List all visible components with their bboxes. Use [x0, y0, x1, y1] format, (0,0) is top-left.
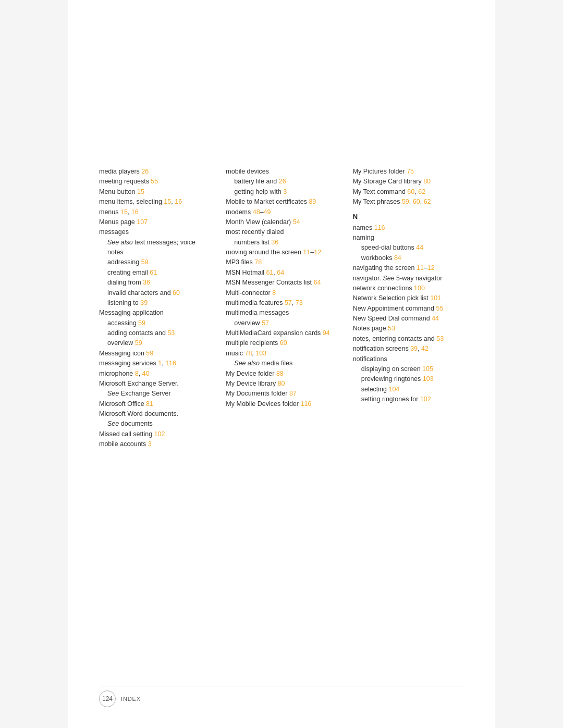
index-entry: messages	[99, 227, 210, 237]
index-entry: Microsoft Office 81	[99, 399, 210, 409]
index-entry: adding contacts and 53	[99, 328, 210, 338]
index-label: INDEX	[121, 696, 141, 702]
index-entry: Messaging icon 59	[99, 349, 210, 359]
index-entry: multiple recipients 60	[226, 338, 337, 348]
column-3: My Pictures folder 75My Storage Card lib…	[353, 167, 464, 404]
index-entry: My Mobile Devices folder 116	[226, 399, 337, 409]
index-entry: notes, entering contacts and 53	[353, 334, 464, 344]
index-entry: mobile accounts 3	[99, 439, 210, 449]
index-entry: previewing ringtones 103	[353, 374, 464, 384]
index-entry: Network Selection pick list 101	[353, 293, 464, 303]
index-entry: microphone 8, 40	[99, 369, 210, 379]
index-columns: media players 26meeting requests 55Menu …	[99, 167, 464, 450]
index-entry: battery life and 26	[226, 177, 337, 187]
index-entry: listening to 39	[99, 298, 210, 308]
index-entry: Notes page 53	[353, 324, 464, 334]
index-entry: overview 59	[99, 338, 210, 348]
index-entry: MSN Hotmail 61, 64	[226, 268, 337, 278]
index-entry: Messaging application	[99, 308, 210, 318]
index-entry: creating email 61	[99, 268, 210, 278]
page-footer: 124 INDEX	[99, 686, 464, 707]
index-entry: My Text phrases 59, 60, 62	[353, 197, 464, 207]
index-entry: messaging services 1, 116	[99, 359, 210, 368]
index-entry: network connections 100	[353, 283, 464, 293]
index-entry: invalid characters and 60	[99, 288, 210, 298]
index-entry: menus 15, 16	[99, 207, 210, 217]
index-entry: media players 26	[99, 167, 210, 177]
index-entry: See also text messages; voice notes	[99, 238, 210, 258]
index-entry: multimedia messages	[226, 308, 337, 318]
section-heading: N	[353, 212, 464, 222]
index-entry: mobile devices	[226, 167, 337, 177]
index-entry: speed-dial buttons 44	[353, 243, 464, 253]
index-entry: notification screens 39, 42	[353, 344, 464, 354]
index-entry: naming	[353, 233, 464, 243]
index-entry: getting help with 3	[226, 187, 337, 197]
index-entry: Menu button 15	[99, 187, 210, 197]
index-entry: navigating the screen 11–12	[353, 263, 464, 273]
column-2: mobile devicesbattery life and 26getting…	[226, 167, 337, 409]
page: media players 26meeting requests 55Menu …	[68, 0, 495, 728]
index-entry: My Device library 80	[226, 379, 337, 389]
index-entry: names 116	[353, 223, 464, 233]
index-entry: accessing 59	[99, 318, 210, 328]
index-entry: notifications	[353, 354, 464, 364]
index-entry: Missed call setting 102	[99, 429, 210, 439]
index-entry: See also media files	[226, 359, 337, 368]
index-entry: MP3 files 78	[226, 257, 337, 267]
index-entry: setting ringtones for 102	[353, 394, 464, 404]
index-entry: New Appointment command 55	[353, 304, 464, 314]
page-number: 124	[99, 690, 116, 707]
index-entry: My Storage Card library 80	[353, 177, 464, 187]
index-entry: multimedia features 57, 73	[226, 298, 337, 308]
index-entry: numbers list 36	[226, 238, 337, 248]
index-entry: See documents	[99, 419, 210, 429]
index-entry: displaying on screen 105	[353, 364, 464, 374]
index-entry: See Exchange Server	[99, 389, 210, 399]
index-entry: My Text command 60, 62	[353, 187, 464, 197]
column-1: media players 26meeting requests 55Menu …	[99, 167, 210, 450]
index-entry: overview 57	[226, 318, 337, 328]
index-entry: moving around the screen 11–12	[226, 248, 337, 257]
index-entry: MSN Messenger Contacts list 64	[226, 278, 337, 288]
index-entry: My Pictures folder 75	[353, 167, 464, 177]
index-entry: My Documents folder 87	[226, 389, 337, 399]
index-entry: Microsoft Exchange Server.	[99, 379, 210, 389]
index-entry: selecting 104	[353, 385, 464, 394]
index-entry: navigator. See 5-way navigator	[353, 274, 464, 283]
index-entry: Microsoft Word documents.	[99, 409, 210, 419]
index-entry: My Device folder 88	[226, 369, 337, 379]
index-entry: MultiMediaCard expansion cards 94	[226, 328, 337, 338]
index-entry: Month View (calendar) 54	[226, 217, 337, 227]
index-entry: Multi-connector 8	[226, 288, 337, 298]
index-entry: Mobile to Market certificates 89	[226, 197, 337, 207]
index-entry: New Speed Dial command 44	[353, 314, 464, 324]
index-entry: most recently dialed	[226, 227, 337, 237]
index-entry: music 78, 103	[226, 349, 337, 359]
index-entry: menu items, selecting 15, 16	[99, 197, 210, 207]
index-entry: Menus page 107	[99, 217, 210, 227]
index-entry: dialing from 36	[99, 278, 210, 288]
index-entry: workbooks 84	[353, 253, 464, 263]
index-entry: modems 48–49	[226, 207, 337, 217]
index-entry: addressing 59	[99, 257, 210, 267]
index-entry: meeting requests 55	[99, 177, 210, 187]
